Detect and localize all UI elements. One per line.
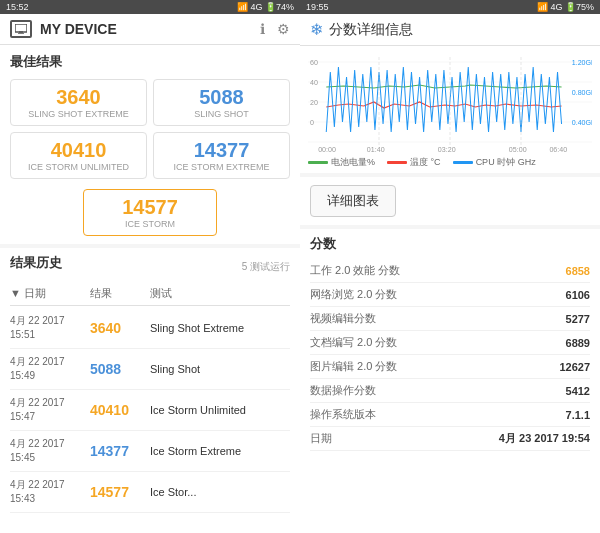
score-date-label: 日期 xyxy=(310,431,332,446)
score-ice-storm: 14577 ICE STORM xyxy=(83,189,217,236)
score-ice-extreme: 14377 ICE STORM EXTREME xyxy=(153,132,290,179)
scores-section: 分数 工作 2.0 效能 分数 6858 网络浏览 2.0 分数 6106 视频… xyxy=(300,229,600,533)
score-work-label: 工作 2.0 效能 分数 xyxy=(310,263,400,278)
settings-icon[interactable]: ⚙ xyxy=(277,21,290,37)
svg-text:03:20: 03:20 xyxy=(438,146,456,152)
legend-cpu-color xyxy=(453,161,473,164)
left-header-icons: ℹ ⚙ xyxy=(260,21,290,37)
sling-shot-label: SLING SHOT xyxy=(194,109,249,119)
sling-extreme-label: SLING SHOT EXTREME xyxy=(28,109,128,119)
row4-date: 4月 22 201715:45 xyxy=(10,437,90,465)
score-doc-value: 6889 xyxy=(566,337,590,349)
legend-temp-label: 温度 °C xyxy=(410,156,441,169)
score-work-value: 6858 xyxy=(566,265,590,277)
history-row: 4月 22 201715:43 14577 Ice Stor... xyxy=(10,472,290,513)
detail-btn-area: 详细图表 xyxy=(300,177,600,225)
row3-date: 4月 22 201715:47 xyxy=(10,396,90,424)
svg-text:06:40: 06:40 xyxy=(549,146,567,152)
history-section: 结果历史 5 测试运行 ▼ 日期 结果 测试 4月 22 201715:51 3… xyxy=(0,248,300,533)
detail-chart-button[interactable]: 详细图表 xyxy=(310,185,396,217)
score-photo: 图片编辑 2.0 分数 12627 xyxy=(310,355,590,379)
score-ice-unlimited: 40410 ICE STORM UNLIMITED xyxy=(10,132,147,179)
history-meta: 5 测试运行 xyxy=(242,260,290,274)
col-test: 测试 xyxy=(150,286,290,301)
row1-date: 4月 22 201715:51 xyxy=(10,314,90,342)
score-data-value: 5412 xyxy=(566,385,590,397)
row5-date: 4月 22 201715:43 xyxy=(10,478,90,506)
svg-text:60: 60 xyxy=(310,59,318,66)
score-os-value: 7.1.1 xyxy=(566,409,590,421)
row1-test: Sling Shot Extreme xyxy=(150,322,290,334)
row2-date: 4月 22 201715:49 xyxy=(10,355,90,383)
score-doc: 文档编写 2.0 分数 6889 xyxy=(310,331,590,355)
right-status-icons: 📶 4G 🔋75% xyxy=(537,2,594,12)
svg-text:00:00: 00:00 xyxy=(318,146,336,152)
score-os-label: 操作系统版本 xyxy=(310,407,376,422)
best-results-title: 最佳结果 xyxy=(10,53,290,71)
history-row: 4月 22 201715:45 14377 Ice Storm Extreme xyxy=(10,431,290,472)
left-status-bar: 15:52 📶 4G 🔋74% xyxy=(0,0,300,14)
left-status-icons: 📶 4G 🔋74% xyxy=(237,2,294,12)
score-data: 数据操作分数 5412 xyxy=(310,379,590,403)
right-title-text: 分数详细信息 xyxy=(329,21,413,39)
ice-extreme-label: ICE STORM EXTREME xyxy=(174,162,270,172)
svg-rect-0 xyxy=(15,24,27,32)
right-status-time: 19:55 xyxy=(306,2,329,12)
scores-section-title: 分数 xyxy=(310,235,590,253)
score-date: 日期 4月 23 2017 19:54 xyxy=(310,427,590,451)
svg-text:0: 0 xyxy=(310,119,314,126)
ice-storm-label: ICE STORM xyxy=(125,219,175,229)
score-web-value: 6106 xyxy=(566,289,590,301)
score-data-label: 数据操作分数 xyxy=(310,383,376,398)
svg-text:1.20GHz: 1.20GHz xyxy=(572,59,592,66)
row5-score: 14577 xyxy=(90,484,150,500)
score-sling-extreme: 3640 SLING SHOT EXTREME xyxy=(10,79,147,126)
right-status-bar: 19:55 📶 4G 🔋75% xyxy=(300,0,600,14)
score-work: 工作 2.0 效能 分数 6858 xyxy=(310,259,590,283)
score-photo-label: 图片编辑 2.0 分数 xyxy=(310,359,397,374)
svg-text:01:40: 01:40 xyxy=(367,146,385,152)
row4-test: Ice Storm Extreme xyxy=(150,445,290,457)
legend-battery-label: 电池电量% xyxy=(331,156,375,169)
svg-text:20: 20 xyxy=(310,99,318,106)
score-date-value: 4月 23 2017 19:54 xyxy=(499,431,590,446)
score-video-value: 5277 xyxy=(566,313,590,325)
sling-shot-value: 5088 xyxy=(199,86,244,109)
svg-text:40: 40 xyxy=(310,79,318,86)
history-row: 4月 22 201715:51 3640 Sling Shot Extreme xyxy=(10,308,290,349)
score-grid-top: 3640 SLING SHOT EXTREME 5088 SLING SHOT … xyxy=(10,79,290,179)
legend-battery: 电池电量% xyxy=(308,156,375,169)
row1-score: 3640 xyxy=(90,320,150,336)
left-header-title: MY DEVICE xyxy=(40,21,117,37)
ice-unlimited-label: ICE STORM UNLIMITED xyxy=(28,162,129,172)
info-icon[interactable]: ℹ xyxy=(260,21,265,37)
right-header: ❄ 分数详细信息 xyxy=(300,14,600,46)
left-panel: 15:52 📶 4G 🔋74% MY DEVICE ℹ ⚙ 最佳结果 3640 xyxy=(0,0,300,533)
legend-cpu: CPU 时钟 GHz xyxy=(453,156,536,169)
svg-text:0.80GHz: 0.80GHz xyxy=(572,89,592,96)
legend-temp-color xyxy=(387,161,407,164)
history-row: 4月 22 201715:47 40410 Ice Storm Unlimite… xyxy=(10,390,290,431)
ice-extreme-value: 14377 xyxy=(194,139,250,162)
col-score: 结果 xyxy=(90,286,150,301)
row5-test: Ice Stor... xyxy=(150,486,290,498)
legend-cpu-label: CPU 时钟 GHz xyxy=(476,156,536,169)
best-results-section: 最佳结果 3640 SLING SHOT EXTREME 5088 SLING … xyxy=(0,45,300,244)
history-header: 结果历史 5 测试运行 xyxy=(10,254,290,280)
history-title: 结果历史 xyxy=(10,254,62,272)
score-video: 视频编辑分数 5277 xyxy=(310,307,590,331)
score-sling-shot: 5088 SLING SHOT xyxy=(153,79,290,126)
row4-score: 14377 xyxy=(90,443,150,459)
right-header-title: ❄ 分数详细信息 xyxy=(310,20,413,39)
ice-unlimited-value: 40410 xyxy=(51,139,107,162)
score-video-label: 视频编辑分数 xyxy=(310,311,376,326)
score-web: 网络浏览 2.0 分数 6106 xyxy=(310,283,590,307)
chart-container: 60 40 20 0 1.20GHz 0.80GHz 0.40GHz 0 xyxy=(308,52,592,152)
history-table-header: ▼ 日期 结果 测试 xyxy=(10,286,290,306)
score-os: 操作系统版本 7.1.1 xyxy=(310,403,590,427)
history-row: 4月 22 201715:49 5088 Sling Shot xyxy=(10,349,290,390)
score-doc-label: 文档编写 2.0 分数 xyxy=(310,335,397,350)
snowflake-icon: ❄ xyxy=(310,20,323,39)
left-status-time: 15:52 xyxy=(6,2,29,12)
performance-chart: 60 40 20 0 1.20GHz 0.80GHz 0.40GHz 0 xyxy=(308,52,592,152)
